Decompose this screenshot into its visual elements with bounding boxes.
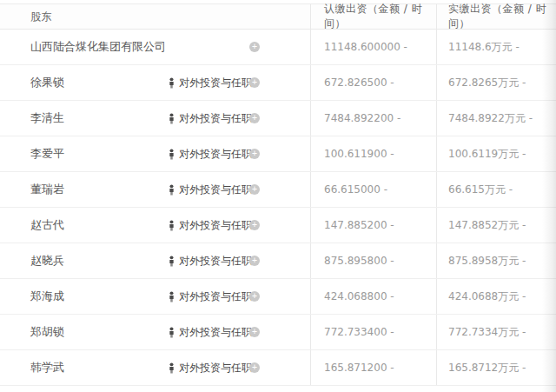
expand-icon[interactable]: + <box>249 77 260 88</box>
invest-link[interactable]: 对外投资与任职 <box>168 315 252 349</box>
shareholder-cell: 李爱平 对外投资与任职 + <box>0 136 310 171</box>
expand-icon[interactable]: + <box>249 113 260 123</box>
paid-capital-cell: 424.0688万元 - <box>436 279 556 314</box>
person-icon <box>168 220 175 231</box>
invest-link-label: 对外投资与任职 <box>179 218 252 233</box>
subscribed-capital-value: 147.885200 - <box>324 219 394 231</box>
subscribed-capital-cell: 100.611900 - <box>310 136 436 171</box>
shareholder-cell: 李清生 对外投资与任职 + <box>0 101 310 136</box>
shareholder-cell: 郑胡锁 对外投资与任职 + <box>0 315 310 349</box>
column-header-label: 认缴出资（金额 / 时间） <box>324 2 436 31</box>
shareholder-cell: 赵晓兵 对外投资与任职 + <box>0 243 310 278</box>
invest-link-label: 对外投资与任职 <box>179 325 252 340</box>
subscribed-capital-cell: 147.885200 - <box>310 208 436 243</box>
table-row: 山西陆合煤化集团有限公司 + 11148.600000 - 11148.6万元 … <box>0 30 556 65</box>
paid-capital-value: 147.8852万元 - <box>448 218 526 233</box>
subscribed-capital-cell: 7484.892200 - <box>310 101 436 136</box>
invest-link[interactable]: 对外投资与任职 <box>168 208 252 243</box>
column-header-paid-capital: 实缴出资（金额 / 时间） <box>436 4 556 29</box>
invest-link[interactable]: 对外投资与任职 <box>168 65 252 100</box>
subscribed-capital-cell: 11148.600000 - <box>310 30 436 64</box>
shareholder-name[interactable]: 李清生 <box>30 110 64 126</box>
person-icon <box>168 184 175 196</box>
paid-capital-cell: 7484.8922万元 - <box>436 101 556 136</box>
paid-capital-cell: 66.615万元 - <box>436 172 556 207</box>
table-row: 徐果锁 对外投资与任职 + 672.826500 - 672.8265万元 - <box>0 65 556 101</box>
paid-capital-cell: 772.7334万元 - <box>436 315 556 349</box>
table-row: 赵晓兵 对外投资与任职 + 875.895800 - 875.8958万元 - <box>0 243 556 279</box>
paid-capital-cell: 165.8712万元 - <box>436 350 556 385</box>
person-icon <box>168 77 175 89</box>
invest-link-label: 对外投资与任职 <box>179 289 252 304</box>
invest-link-label: 对外投资与任职 <box>179 361 252 375</box>
shareholder-cell: 董瑞岩 对外投资与任职 + <box>0 172 310 207</box>
person-icon <box>168 256 175 267</box>
paid-capital-value: 772.7334万元 - <box>448 325 526 340</box>
column-header-shareholder: 股东 <box>0 4 310 29</box>
shareholder-name[interactable]: 郑海成 <box>30 289 64 304</box>
table-row: 李爱平 对外投资与任职 + 100.611900 - 100.6119万元 - <box>0 136 556 172</box>
shareholder-name[interactable]: 山西陆合煤化集团有限公司 <box>30 39 166 55</box>
person-icon <box>168 291 175 302</box>
subscribed-capital-value: 424.068800 - <box>324 290 394 302</box>
table-row: 郑海成 对外投资与任职 + 424.068800 - 424.0688万元 - <box>0 279 556 315</box>
expand-icon[interactable]: + <box>249 220 260 230</box>
paid-capital-value: 875.8958万元 - <box>448 254 526 269</box>
shareholder-name[interactable]: 韩学武 <box>30 360 64 375</box>
invest-link-label: 对外投资与任职 <box>179 254 252 269</box>
table-header-row: 股东 认缴出资（金额 / 时间） 实缴出资（金额 / 时间） <box>0 4 556 30</box>
paid-capital-cell: 147.8852万元 - <box>436 208 556 243</box>
invest-link[interactable]: 对外投资与任职 <box>168 136 252 171</box>
invest-link[interactable]: 对外投资与任职 <box>168 350 252 385</box>
invest-link-label: 对外投资与任职 <box>179 111 252 126</box>
paid-capital-value: 672.8265万元 - <box>448 76 526 90</box>
invest-link[interactable]: 对外投资与任职 <box>168 279 252 314</box>
shareholder-cell: 山西陆合煤化集团有限公司 + <box>0 30 310 64</box>
table-row: 郑胡锁 对外投资与任职 + 772.733400 - 772.7334万元 - <box>0 315 556 350</box>
shareholder-name[interactable]: 赵古代 <box>30 217 64 233</box>
shareholder-name[interactable]: 董瑞岩 <box>30 182 64 197</box>
shareholder-table-page: 股东 认缴出资（金额 / 时间） 实缴出资（金额 / 时间） 山西陆合煤化集团有… <box>0 0 556 392</box>
paid-capital-value: 424.0688万元 - <box>448 289 526 304</box>
invest-link[interactable]: 对外投资与任职 <box>168 101 252 136</box>
shareholder-cell: 徐果锁 对外投资与任职 + <box>0 65 310 100</box>
subscribed-capital-value: 100.611900 - <box>324 148 394 160</box>
subscribed-capital-value: 11148.600000 - <box>324 41 407 53</box>
shareholder-cell: 韩学武 对外投资与任职 + <box>0 350 310 385</box>
subscribed-capital-cell: 875.895800 - <box>310 243 436 278</box>
column-header-label: 实缴出资（金额 / 时间） <box>448 2 556 31</box>
shareholder-name[interactable]: 郑胡锁 <box>30 324 64 340</box>
expand-icon[interactable]: + <box>249 42 260 52</box>
shareholder-name[interactable]: 李爱平 <box>30 146 64 162</box>
column-header-label: 股东 <box>30 10 52 24</box>
expand-icon[interactable]: + <box>249 291 260 302</box>
subscribed-capital-cell: 772.733400 - <box>310 315 436 349</box>
shareholder-name[interactable]: 赵晓兵 <box>30 253 64 269</box>
paid-capital-value: 165.8712万元 - <box>448 361 526 375</box>
paid-capital-cell: 672.8265万元 - <box>436 65 556 100</box>
invest-link[interactable]: 对外投资与任职 <box>168 172 252 207</box>
subscribed-capital-value: 7484.892200 - <box>324 112 400 124</box>
subscribed-capital-value: 66.615000 - <box>324 183 387 196</box>
person-icon <box>168 327 175 338</box>
expand-icon[interactable]: + <box>249 149 260 159</box>
table-row: 董瑞岩 对外投资与任职 + 66.615000 - 66.615万元 - <box>0 172 556 208</box>
person-icon <box>168 362 175 374</box>
table-row: 赵古代 对外投资与任职 + 147.885200 - 147.8852万元 - <box>0 208 556 243</box>
expand-icon[interactable]: + <box>249 184 260 195</box>
subscribed-capital-cell: 165.871200 - <box>310 350 436 385</box>
person-icon <box>168 149 175 160</box>
shareholder-name[interactable]: 徐果锁 <box>30 75 64 90</box>
shareholder-cell: 赵古代 对外投资与任职 + <box>0 208 310 243</box>
subscribed-capital-cell: 424.068800 - <box>310 279 436 314</box>
expand-icon[interactable]: + <box>249 362 260 373</box>
expand-icon[interactable]: + <box>249 327 260 337</box>
subscribed-capital-cell: 66.615000 - <box>310 172 436 207</box>
paid-capital-cell: 100.6119万元 - <box>436 136 556 171</box>
invest-link-label: 对外投资与任职 <box>179 76 252 90</box>
invest-link[interactable]: 对外投资与任职 <box>168 243 252 278</box>
expand-icon[interactable]: + <box>249 256 260 266</box>
column-header-subscribed-capital: 认缴出资（金额 / 时间） <box>310 4 436 29</box>
subscribed-capital-value: 875.895800 - <box>324 255 394 267</box>
paid-capital-cell: 11148.6万元 - <box>436 30 556 64</box>
